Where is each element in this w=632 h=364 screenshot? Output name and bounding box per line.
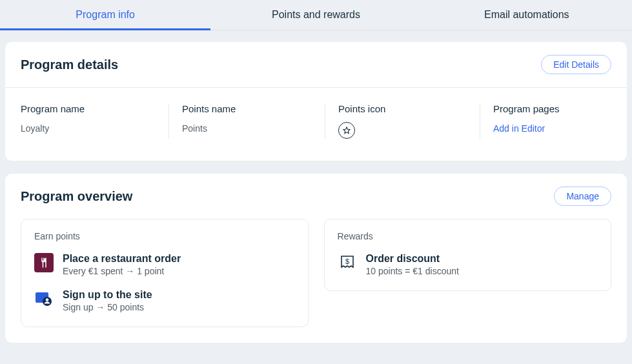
program-pages-col: Program pages Add in Editor bbox=[480, 103, 611, 139]
program-name-label: Program name bbox=[21, 103, 156, 114]
star-icon bbox=[338, 122, 355, 139]
tabs: Program info Points and rewards Email au… bbox=[0, 0, 632, 30]
tab-points-and-rewards[interactable]: Points and rewards bbox=[210, 0, 421, 30]
earn-points-panel: Earn points Place a restaurant order Eve… bbox=[21, 219, 309, 327]
rewards-panel: Rewards $ Order discount 10 points = €1 … bbox=[324, 219, 612, 291]
list-item: $ Order discount 10 points = €1 discount bbox=[338, 253, 598, 276]
points-name-label: Points name bbox=[182, 103, 312, 114]
svg-point-3 bbox=[46, 298, 49, 301]
program-overview-card: Program overview Manage Earn points Plac… bbox=[5, 174, 627, 343]
item-text: Sign up to the site Sign up → 50 points bbox=[63, 289, 152, 312]
item-title: Place a restaurant order bbox=[63, 253, 181, 265]
earn-points-title: Earn points bbox=[34, 231, 295, 241]
program-name-value: Loyalty bbox=[21, 123, 156, 134]
svg-text:$: $ bbox=[345, 258, 349, 265]
points-name-col: Points name Points bbox=[169, 103, 325, 139]
discount-icon: $ bbox=[338, 253, 357, 272]
item-text: Order discount 10 points = €1 discount bbox=[366, 253, 459, 276]
program-details-card: Program details Edit Details Program nam… bbox=[5, 42, 627, 161]
list-item: Sign up to the site Sign up → 50 points bbox=[34, 289, 295, 312]
program-pages-label: Program pages bbox=[493, 103, 598, 114]
tab-email-automations[interactable]: Email automations bbox=[422, 0, 632, 30]
program-details-title: Program details bbox=[21, 57, 118, 72]
item-sub: Every €1 spent → 1 point bbox=[63, 266, 181, 276]
rewards-title: Rewards bbox=[338, 231, 598, 241]
overview-body: Earn points Place a restaurant order Eve… bbox=[5, 219, 627, 343]
item-title: Sign up to the site bbox=[63, 289, 152, 301]
signup-icon bbox=[34, 289, 54, 308]
edit-details-button[interactable]: Edit Details bbox=[541, 55, 611, 74]
list-item: Place a restaurant order Every €1 spent … bbox=[34, 253, 295, 276]
svg-point-2 bbox=[43, 297, 52, 306]
program-name-col: Program name Loyalty bbox=[21, 103, 169, 139]
item-sub: Sign up → 50 points bbox=[63, 302, 152, 312]
item-sub: 10 points = €1 discount bbox=[366, 266, 459, 276]
points-icon-col: Points icon bbox=[325, 103, 480, 139]
item-text: Place a restaurant order Every €1 spent … bbox=[63, 253, 181, 276]
item-title: Order discount bbox=[366, 253, 459, 265]
program-details-header: Program details Edit Details bbox=[5, 42, 627, 87]
program-details-grid: Program name Loyalty Points name Points … bbox=[5, 88, 627, 161]
content: Program details Edit Details Program nam… bbox=[0, 30, 632, 343]
add-in-editor-link[interactable]: Add in Editor bbox=[493, 123, 598, 134]
svg-marker-0 bbox=[343, 127, 350, 134]
program-overview-header: Program overview Manage bbox=[5, 174, 627, 219]
program-overview-title: Program overview bbox=[21, 189, 132, 204]
points-name-value: Points bbox=[182, 123, 312, 134]
tab-program-info[interactable]: Program info bbox=[0, 0, 210, 30]
restaurant-icon bbox=[34, 253, 54, 272]
points-icon-label: Points icon bbox=[338, 103, 467, 114]
manage-button[interactable]: Manage bbox=[554, 187, 611, 206]
